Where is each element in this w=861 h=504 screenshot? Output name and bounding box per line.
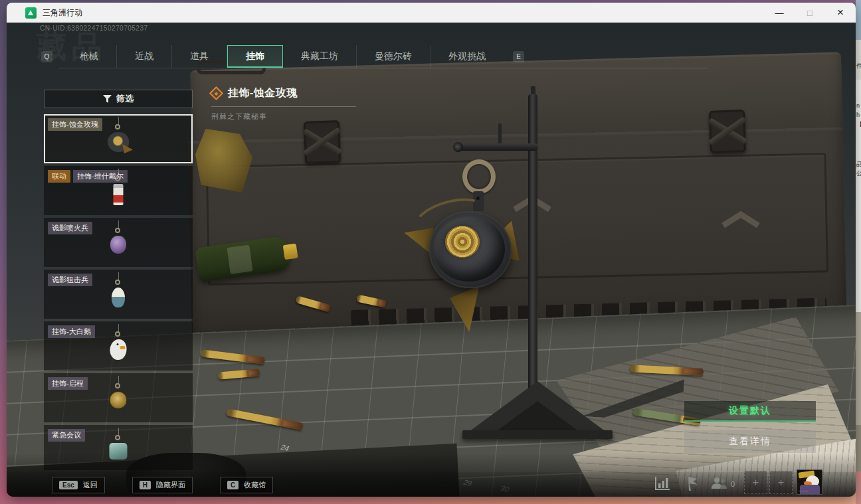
item-label: 紧急会议 [48, 429, 85, 442]
stand-arm-pin [498, 124, 502, 145]
close-button[interactable]: × [825, 3, 856, 23]
h-key-badge: H [140, 481, 151, 489]
list-item-rose[interactable]: 挂饰-蚀金玫瑰 [44, 114, 193, 163]
rose-pendant[interactable] [429, 211, 512, 288]
tab-gadgets[interactable]: 道具 [172, 45, 227, 68]
chevron-up-icon [721, 210, 760, 227]
tab-appearance-challenge[interactable]: 外观挑战 [430, 45, 504, 68]
game-window: 三角洲行动 — □ × 24 25 26 27 28 29 30 [7, 3, 856, 497]
app-logo-icon [25, 7, 37, 19]
item-label: 挂饰-蚀金玫瑰 [48, 118, 102, 131]
invite-slot-1[interactable]: + [744, 471, 767, 494]
pendant-list: 挂饰-蚀金玫瑰 联动 挂饰-维什戴尔 诡影喷火兵 典藏（4） 诡影狙击兵 典藏（… [44, 114, 193, 470]
stand-base-bar [462, 430, 613, 439]
top-nav: Q 枪械 近战 道具 挂饰 典藏工坊 曼德尔砖 外观挑战 E [41, 45, 524, 68]
hotkey-back[interactable]: Esc 返回 [52, 477, 105, 493]
hotkey-hide-ui[interactable]: H 隐藏界面 [132, 477, 193, 493]
list-item-flamethrower[interactable]: 诡影喷火兵 典藏（4） [44, 218, 193, 267]
flag-icon [686, 476, 700, 491]
maximize-button[interactable]: □ [795, 3, 825, 23]
stats-button[interactable] [652, 475, 672, 491]
bar-chart-icon [655, 477, 670, 490]
pendant-keyring [462, 159, 496, 194]
title-bar: 三角洲行动 — □ × [7, 3, 856, 23]
tab-mandel-brick[interactable]: 曼德尔砖 [357, 45, 430, 68]
item-subtitle: 荆棘之下藏秘事 [211, 112, 364, 122]
nav-underline [58, 68, 708, 68]
report-button[interactable] [683, 475, 703, 491]
tab-collection-workshop[interactable]: 典藏工坊 [283, 45, 357, 68]
case-latch-icon [709, 110, 746, 153]
item-title: 挂饰-蚀金玫瑰 [228, 86, 298, 100]
hotkey-hints: Esc 返回 H 隐藏界面 C 收藏馆 [52, 477, 273, 493]
list-item-departure[interactable]: 挂饰-启程 [44, 373, 193, 422]
collab-badge: 联动 [48, 170, 70, 183]
filter-label: 筛选 [116, 93, 134, 105]
display-stand-arm [457, 143, 538, 151]
item-label: 挂饰-大白鹅 [48, 325, 95, 338]
player-avatar[interactable]: ~~~ [797, 469, 822, 495]
header-divider [211, 106, 356, 107]
item-label: 诡影喷火兵 [48, 222, 92, 234]
invite-slot-2[interactable]: + [769, 471, 793, 494]
tab-melee[interactable]: 近战 [117, 45, 172, 68]
window-title: 三角洲行动 [43, 7, 82, 19]
edge-fragment: 品 [856, 159, 861, 169]
item-label: 挂饰-启程 [48, 377, 88, 390]
stand-arm-cap [453, 142, 463, 152]
hotkey-collection-hall[interactable]: C 收藏馆 [220, 477, 273, 493]
list-item-vishdel[interactable]: 联动 挂饰-维什戴尔 [44, 166, 193, 215]
item-header: 挂饰-蚀金玫瑰 荆棘之下藏秘事 [211, 86, 364, 122]
edge-fragment: 公 [856, 169, 861, 178]
edge-fragment: 件 [856, 61, 861, 70]
list-item-meeting[interactable]: 紧急会议 [44, 425, 193, 470]
player-uid: CN-UID:63802247150270705237 [40, 25, 148, 32]
set-default-button[interactable]: 设置默认 [684, 401, 816, 422]
nav-key-left-hint: Q [41, 51, 52, 62]
filter-icon [103, 95, 112, 103]
team-count: 0 [731, 480, 735, 488]
view-details-button[interactable]: 查看详情 [684, 430, 816, 453]
team-icon [711, 477, 728, 490]
minimize-button[interactable]: — [764, 3, 795, 23]
list-item-goose[interactable]: 挂饰-大白鹅 [44, 321, 193, 371]
background-window-sliver: 件 n h 【 品 公 [856, 0, 861, 504]
nav-key-right-hint: E [513, 51, 524, 62]
filter-button[interactable]: 筛选 [44, 90, 193, 108]
list-item-sniper[interactable]: 诡影狙击兵 典藏（3） [44, 270, 193, 319]
c-key-badge: C [227, 481, 239, 489]
team-button[interactable] [710, 475, 729, 491]
edge-fragment: h [856, 110, 861, 120]
edge-fragment: n [856, 101, 861, 110]
tab-pendants[interactable]: 挂饰 [227, 45, 283, 68]
item-label: 挂饰-维什戴尔 [73, 170, 128, 183]
case-latch-icon [304, 120, 341, 164]
item-label: 诡影狙击兵 [48, 274, 92, 286]
diamond-rarity-icon [209, 86, 223, 100]
edge-fragment: 【 [856, 120, 861, 129]
esc-key-badge: Esc [59, 481, 78, 489]
tab-firearms[interactable]: 枪械 [62, 45, 117, 68]
